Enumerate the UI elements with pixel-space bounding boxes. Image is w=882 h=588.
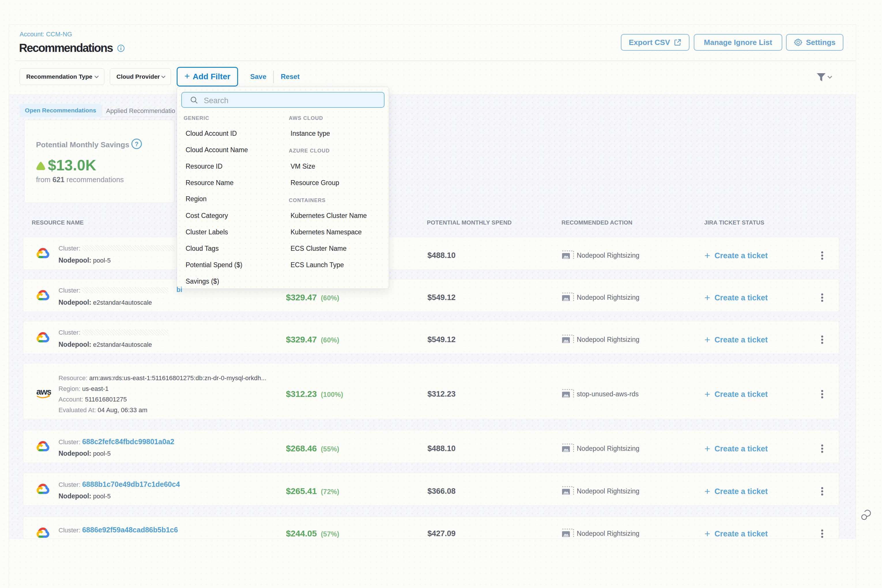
svg-text:?: ? [135, 140, 138, 148]
